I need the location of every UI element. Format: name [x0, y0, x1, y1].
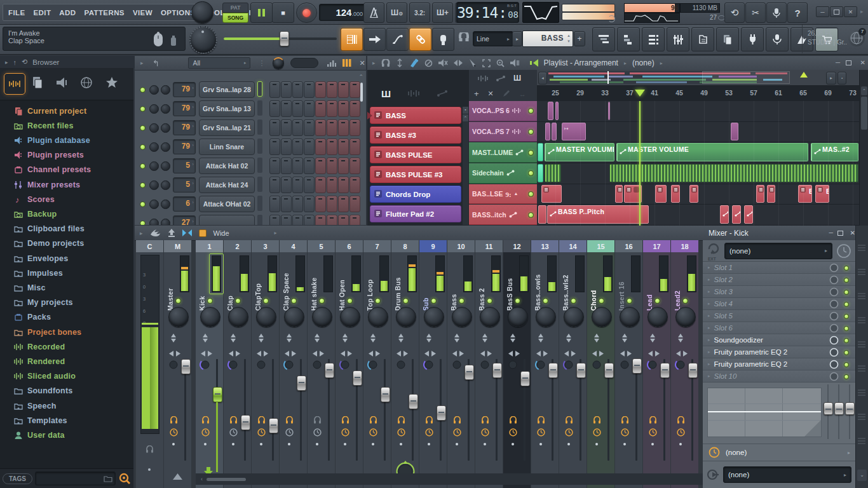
- menu-file[interactable]: FILE: [8, 9, 25, 17]
- pattern-selector[interactable]: BASS ▲▼: [522, 30, 573, 47]
- stereo-knob[interactable]: [200, 359, 211, 370]
- step-cell[interactable]: [349, 177, 360, 193]
- channel-selector[interactable]: [257, 158, 262, 173]
- pattern-clip[interactable]: [608, 102, 610, 120]
- channel-target-display[interactable]: 79›: [173, 139, 196, 154]
- stereo-knob[interactable]: [283, 359, 295, 370]
- strip-enable-led[interactable]: [235, 298, 241, 304]
- automation-clip[interactable]: [538, 205, 546, 224]
- fx-output-selector[interactable]: (none) ▸: [723, 466, 851, 483]
- channel-enable-led[interactable]: [140, 106, 146, 112]
- channel-pan-knob[interactable]: [149, 123, 159, 133]
- strip-fader[interactable]: [520, 371, 530, 386]
- channel-button[interactable]: Attack Hat 02: [199, 158, 255, 174]
- step-cell[interactable]: [349, 196, 360, 212]
- headphones-icon[interactable]: [369, 415, 377, 426]
- stereo-sep-control[interactable]: [594, 334, 599, 342]
- clock-icon[interactable]: [621, 428, 629, 439]
- channel-target-display[interactable]: 79›: [173, 120, 196, 135]
- pattern-clip[interactable]: B..4: [798, 185, 812, 203]
- step-cell[interactable]: [269, 177, 280, 193]
- snap-selector[interactable]: Line ▸: [473, 31, 513, 46]
- audio-record-button[interactable]: [766, 3, 787, 23]
- pan-control[interactable]: [564, 348, 576, 359]
- step-cell[interactable]: [269, 196, 280, 212]
- pan-control[interactable]: [676, 348, 688, 359]
- plugin-database-button[interactable]: [741, 27, 764, 51]
- help-button[interactable]: ?: [787, 3, 808, 23]
- cpu-graph[interactable]: [624, 13, 680, 23]
- clock-icon[interactable]: [565, 428, 573, 439]
- audio-track-icon[interactable]: [478, 75, 488, 82]
- strip-enable-led[interactable]: [627, 298, 632, 304]
- channel-button[interactable]: Attack Hat 24: [199, 177, 255, 193]
- mixer-strip-header[interactable]: 14: [559, 240, 587, 252]
- channel-volume-knob[interactable]: [161, 123, 170, 133]
- step-cell[interactable]: [338, 119, 349, 136]
- browser-item-impulses[interactable]: Impulses: [0, 266, 133, 280]
- channel-button[interactable]: Attack OHat 02: [199, 196, 255, 212]
- step-cell[interactable]: [269, 100, 280, 117]
- strip-fader[interactable]: [241, 415, 250, 430]
- keyboard-editor-icon[interactable]: [342, 59, 351, 67]
- about-panel[interactable]: 26.05 FL STUDIO | Gr.. 7: [802, 25, 868, 53]
- step-cell[interactable]: [315, 177, 326, 193]
- tags-button[interactable]: TAGS: [3, 473, 32, 484]
- headphones-icon[interactable]: [257, 415, 266, 426]
- clock-icon[interactable]: [201, 428, 210, 439]
- strip-fader[interactable]: [353, 370, 362, 386]
- swing-knob[interactable]: [273, 57, 284, 69]
- automation-clip[interactable]: [720, 205, 729, 224]
- tempo-display[interactable]: 124 .000 ▲▼: [319, 4, 370, 21]
- link-selected-icon[interactable]: [182, 229, 192, 236]
- mixer-strip-drum-bus[interactable]: Drum Bus: [391, 252, 419, 488]
- pattern-item[interactable]: Flutter Pad #2: [370, 205, 461, 222]
- headphones-icon[interactable]: [537, 415, 545, 426]
- touch-keyboard-button[interactable]: [766, 27, 789, 51]
- fx-input-selector[interactable]: (none) ▸: [724, 243, 832, 259]
- step-cell[interactable]: [292, 139, 303, 155]
- fx-slot-9[interactable]: ▸Fruity parametric EQ 2: [703, 358, 855, 370]
- mixer-strip-header[interactable]: C: [136, 240, 164, 252]
- step-cell[interactable]: [304, 196, 315, 212]
- strip-enable-led[interactable]: [571, 298, 576, 304]
- edit-track-icon[interactable]: [503, 90, 510, 97]
- strip-fader[interactable]: [688, 363, 698, 378]
- browser-item-clipboard-files[interactable]: Clipboard files: [0, 222, 133, 236]
- stereo-knob[interactable]: [311, 359, 323, 370]
- channel-button[interactable]: Grv Sna..lap 28: [199, 81, 255, 98]
- scroll-right-button[interactable]: ▸: [826, 72, 836, 85]
- track-enable-led[interactable]: [528, 212, 534, 218]
- picker-tab-patterns-icon[interactable]: Ш: [381, 88, 391, 99]
- stereo-knob[interactable]: [479, 359, 491, 370]
- browser-item-recorded[interactable]: Recorded: [0, 339, 133, 354]
- step-edit-button[interactable]: Ш+: [432, 3, 453, 23]
- stereo-knob[interactable]: [395, 359, 407, 370]
- metronome-button[interactable]: [363, 3, 384, 23]
- mixer-strip-claptop[interactable]: ClapTop: [252, 252, 280, 488]
- step-cell[interactable]: [269, 158, 280, 174]
- stereo-sep-control[interactable]: [231, 334, 236, 342]
- close-button[interactable]: ✕: [844, 6, 857, 17]
- channel-button[interactable]: Grv Sna..lap 21: [199, 119, 255, 136]
- channel-enable-led[interactable]: [140, 220, 146, 225]
- snap-magnet-icon[interactable]: [459, 32, 469, 46]
- step-cell[interactable]: [338, 81, 349, 98]
- pattern-clip[interactable]: B..4: [815, 185, 829, 203]
- clock-icon[interactable]: [677, 428, 685, 439]
- main-volume-knob[interactable]: [189, 26, 217, 54]
- arrow-right-icon[interactable]: ▸: [708, 337, 710, 342]
- headphones-icon[interactable]: [341, 415, 349, 426]
- step-cell[interactable]: [315, 119, 326, 136]
- picker-tab-automation-icon[interactable]: [437, 90, 448, 97]
- stereo-sep-control[interactable]: [287, 334, 292, 342]
- cut-tool-button[interactable]: ✂: [745, 3, 766, 23]
- menu-view[interactable]: VIEW: [133, 9, 153, 17]
- channel-enable-led[interactable]: [140, 125, 146, 131]
- strip-enable-led[interactable]: [347, 298, 353, 304]
- zoom-tool-icon[interactable]: [496, 59, 505, 67]
- strip-volume-knob[interactable]: [564, 307, 584, 327]
- automation-track-icon[interactable]: [496, 75, 506, 82]
- strip-enable-led[interactable]: [599, 298, 604, 304]
- playlist-track-header[interactable]: Sidechain: [469, 163, 537, 184]
